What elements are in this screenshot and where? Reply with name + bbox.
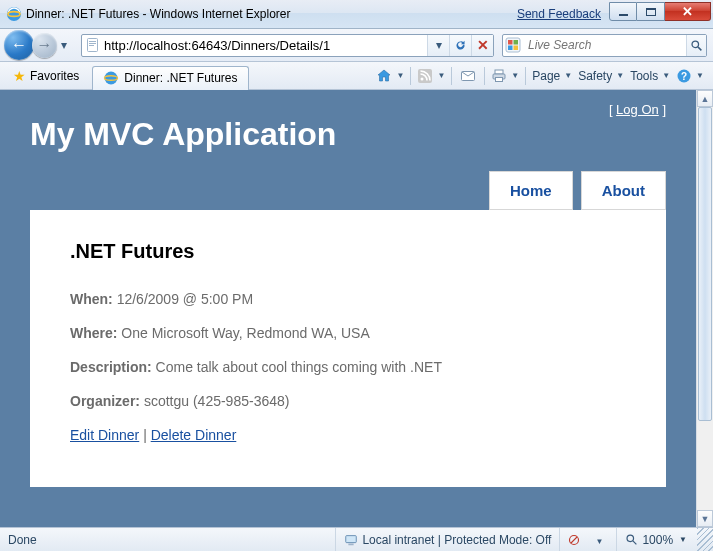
page-body: [ Log On ] My MVC Application Home About… — [0, 90, 696, 527]
delete-dinner-link[interactable]: Delete Dinner — [151, 427, 237, 443]
favorites-bar: ★ Favorites Dinner: .NET Futures ▼ ▼ ▼ P… — [0, 62, 713, 90]
zoom-icon — [625, 533, 638, 546]
zone-text: Local intranet | Protected Mode: Off — [362, 533, 551, 547]
safety-menu-button[interactable]: Safety ▼ — [575, 64, 627, 88]
where-value: One Microsoft Way, Redmond WA, USA — [121, 325, 369, 341]
refresh-button[interactable] — [449, 35, 471, 56]
svg-line-28 — [634, 541, 637, 544]
help-icon: ? — [676, 68, 692, 84]
print-cmd-button[interactable]: ▼ — [488, 64, 522, 88]
svg-rect-8 — [514, 40, 519, 45]
search-button[interactable] — [686, 35, 706, 56]
back-button[interactable]: ← — [4, 30, 34, 60]
svg-rect-23 — [346, 535, 357, 542]
content-viewport: [ Log On ] My MVC Application Home About… — [0, 90, 713, 527]
separator — [451, 67, 452, 85]
rss-icon — [417, 68, 433, 84]
favorites-button[interactable]: ★ Favorites — [6, 65, 86, 87]
chevron-down-icon: ▼ — [511, 71, 519, 80]
shield-off-icon — [568, 534, 580, 546]
help-cmd-button[interactable]: ? ▼ — [673, 64, 707, 88]
svg-text:?: ? — [681, 71, 687, 82]
window-close-button[interactable]: ✕ — [665, 2, 711, 21]
printer-icon — [491, 68, 507, 84]
search-input[interactable] — [524, 36, 686, 55]
home-cmd-button[interactable]: ▼ — [373, 64, 407, 88]
svg-rect-4 — [89, 43, 96, 44]
browser-tab[interactable]: Dinner: .NET Futures — [92, 66, 248, 90]
svg-line-26 — [571, 537, 577, 543]
svg-point-11 — [692, 41, 699, 48]
mail-icon — [460, 68, 476, 84]
chevron-up-icon: ▲ — [701, 94, 710, 104]
chevron-down-icon: ▼ — [679, 535, 687, 544]
edit-dinner-link[interactable]: Edit Dinner — [70, 427, 139, 443]
chevron-down-icon: ▼ — [696, 71, 704, 80]
chevron-down-icon: ▼ — [701, 514, 710, 524]
description-row: Description: Come talk about cool things… — [70, 359, 626, 375]
window-maximize-button[interactable] — [637, 2, 665, 21]
stop-button[interactable]: ✕ — [471, 35, 493, 56]
login-area: [ Log On ] — [609, 102, 666, 117]
separator — [484, 67, 485, 85]
organizer-row: Organizer: scottgu (425-985-3648) — [70, 393, 626, 409]
vertical-scrollbar[interactable]: ▲ ▼ — [696, 90, 713, 527]
resize-grip[interactable] — [697, 528, 713, 551]
feeds-cmd-button[interactable]: ▼ — [414, 64, 448, 88]
app-title: My MVC Application — [0, 90, 696, 171]
where-row: Where: One Microsoft Way, Redmond WA, US… — [70, 325, 626, 341]
svg-rect-7 — [508, 40, 513, 45]
ie-page-icon — [103, 70, 119, 86]
minimize-icon — [619, 14, 628, 16]
window-titlebar: Dinner: .NET Futures - Windows Internet … — [0, 0, 713, 29]
svg-rect-3 — [89, 41, 96, 42]
when-label: When: — [70, 291, 113, 307]
address-dropdown[interactable]: ▾ — [427, 35, 449, 56]
when-value: 12/6/2009 @ 5:00 PM — [117, 291, 253, 307]
tools-menu-button[interactable]: Tools ▼ — [627, 64, 673, 88]
svg-rect-5 — [89, 45, 94, 46]
chevron-down-icon: ▾ — [61, 38, 67, 52]
stop-icon: ✕ — [477, 37, 489, 53]
address-input[interactable] — [104, 36, 427, 55]
svg-rect-18 — [495, 70, 503, 74]
scroll-track[interactable] — [697, 107, 713, 510]
svg-point-13 — [105, 72, 118, 85]
svg-rect-24 — [349, 543, 354, 545]
chevron-down-icon: ▼ — [437, 71, 445, 80]
chevron-down-icon: ▼ — [595, 537, 603, 546]
star-icon: ★ — [13, 68, 26, 84]
logon-link[interactable]: Log On — [616, 102, 659, 117]
scroll-up-button[interactable]: ▲ — [697, 90, 713, 107]
refresh-icon — [454, 39, 467, 52]
maximize-icon — [646, 8, 656, 16]
scroll-down-button[interactable]: ▼ — [697, 510, 713, 527]
window-title: Dinner: .NET Futures - Windows Internet … — [26, 7, 291, 21]
search-box — [502, 34, 707, 57]
computer-icon — [344, 533, 358, 547]
nav-about[interactable]: About — [581, 171, 666, 210]
page-menu-button[interactable]: Page ▼ — [529, 64, 575, 88]
status-icon-slot[interactable]: ▼ — [590, 533, 608, 547]
nav-home[interactable]: Home — [489, 171, 573, 210]
scroll-thumb[interactable] — [698, 107, 712, 421]
where-label: Where: — [70, 325, 117, 341]
security-zone[interactable]: Local intranet | Protected Mode: Off — [335, 528, 559, 551]
readmail-cmd-button[interactable] — [455, 64, 481, 88]
forward-button[interactable]: → — [32, 33, 57, 58]
close-icon: ✕ — [682, 5, 693, 18]
status-icon-slot[interactable] — [568, 534, 586, 546]
zoom-control[interactable]: 100% ▼ — [616, 528, 695, 551]
window-minimize-button[interactable] — [609, 2, 637, 21]
send-feedback-link[interactable]: Send Feedback — [517, 7, 601, 21]
chevron-down-icon: ▼ — [396, 71, 404, 80]
arrow-right-icon: → — [37, 36, 53, 54]
svg-rect-10 — [514, 46, 519, 51]
svg-point-0 — [7, 7, 21, 21]
svg-line-12 — [698, 47, 701, 50]
favorites-label: Favorites — [30, 69, 79, 83]
separator — [525, 67, 526, 85]
ie-app-icon — [6, 6, 22, 22]
history-dropdown[interactable]: ▾ — [57, 35, 71, 55]
chevron-down-icon: ▾ — [436, 38, 442, 52]
